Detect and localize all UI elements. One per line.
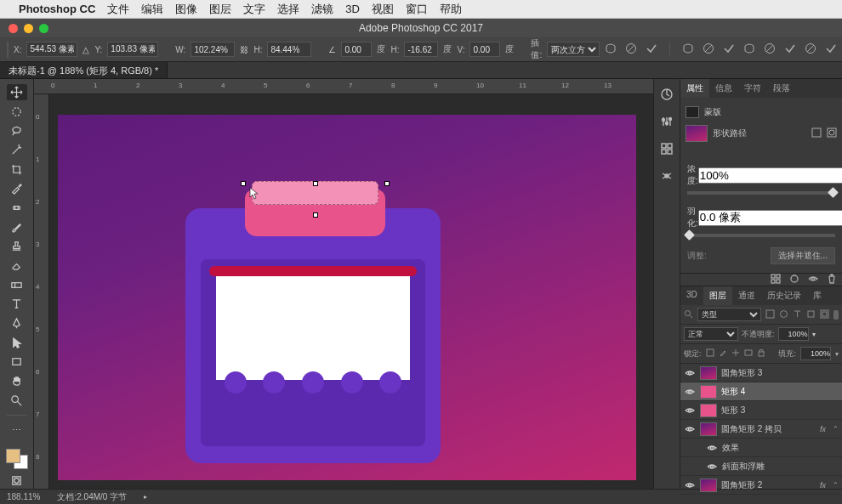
tab-library[interactable]: 库 (807, 286, 828, 305)
y-input[interactable] (107, 42, 158, 57)
transform-handle-tl[interactable] (241, 181, 246, 186)
filter-type-icon[interactable] (793, 309, 802, 320)
menu-file[interactable]: 文件 (107, 2, 129, 17)
visibility-icon[interactable] (684, 479, 696, 491)
feather-slider[interactable] (687, 234, 835, 237)
window-maximize[interactable] (39, 24, 48, 33)
h-input[interactable] (267, 42, 311, 57)
menu-window[interactable]: 窗口 (406, 2, 428, 17)
visibility-icon[interactable] (684, 367, 696, 379)
transform-origin-icon[interactable] (7, 42, 9, 58)
canvas[interactable] (49, 94, 653, 489)
layer-effect-item[interactable]: 斜面和浮雕 (680, 457, 842, 476)
warp3-icon[interactable] (743, 42, 755, 56)
window-minimize[interactable] (24, 24, 33, 33)
eraser-tool[interactable] (7, 258, 27, 274)
tab-character[interactable]: 字符 (738, 79, 767, 98)
path-select-tool[interactable] (7, 335, 27, 351)
link-icon[interactable]: ⛓ (240, 45, 248, 54)
feather-input[interactable] (698, 210, 842, 226)
interpolation-select[interactable]: 两次立方 (547, 42, 600, 57)
menu-image[interactable]: 图像 (175, 2, 197, 17)
transform-handle-bc[interactable] (313, 212, 318, 218)
warp2-icon[interactable] (682, 42, 694, 56)
lock-all-icon[interactable] (757, 348, 765, 359)
tab-history[interactable]: 历史记录 (761, 286, 807, 305)
commit-icon[interactable] (646, 42, 657, 56)
filter-adjust-icon[interactable] (779, 309, 788, 320)
angle-input[interactable] (341, 42, 372, 57)
history-icon[interactable] (660, 88, 674, 103)
eyedropper-tool[interactable] (7, 180, 27, 196)
lasso-tool[interactable] (7, 122, 27, 139)
crop-tool[interactable] (7, 161, 27, 178)
visibility-icon[interactable] (684, 423, 696, 435)
prop-icon-1[interactable] (771, 274, 781, 286)
blend-mode-select[interactable]: 正常 (684, 327, 738, 341)
move-tool[interactable] (7, 84, 27, 100)
stamp-tool[interactable] (7, 238, 27, 254)
color-swatches[interactable] (6, 449, 28, 469)
visibility-icon[interactable] (684, 405, 696, 416)
menu-edit[interactable]: 编辑 (141, 2, 163, 17)
visibility-icon[interactable] (684, 386, 696, 398)
tab-info[interactable]: 信息 (709, 79, 738, 98)
warp-icon[interactable] (605, 42, 617, 56)
filter-smart-icon[interactable] (820, 309, 829, 320)
cancel2-icon[interactable] (703, 42, 714, 56)
tab-3d[interactable]: 3D (680, 286, 703, 305)
layer-item[interactable]: 圆角矩形 2 拷贝 fx⌃ (680, 420, 842, 439)
density-input[interactable] (698, 167, 842, 184)
filter-shape-icon[interactable] (806, 309, 816, 320)
skew-h-input[interactable] (404, 42, 438, 57)
rectangle-tool[interactable] (7, 354, 27, 370)
filter-image-icon[interactable] (765, 309, 775, 320)
app-name[interactable]: Photoshop CC (19, 3, 95, 15)
commit4-icon[interactable] (825, 42, 837, 56)
prop-icon-2[interactable] (789, 274, 799, 286)
shape-edit-icon[interactable] (811, 127, 822, 139)
zoom-level[interactable]: 188.11% (7, 492, 40, 501)
lock-pixels-icon[interactable] (706, 348, 714, 359)
brush-tool[interactable] (7, 219, 27, 235)
cancel4-icon[interactable] (805, 42, 816, 56)
visibility-icon[interactable] (706, 461, 718, 473)
quick-mask-tool[interactable] (7, 473, 27, 489)
visibility-icon[interactable] (706, 442, 718, 454)
density-slider[interactable] (687, 191, 835, 195)
cancel3-icon[interactable] (764, 42, 776, 56)
layer-item[interactable]: 矩形 3 (680, 401, 842, 420)
fill-input[interactable] (800, 347, 831, 360)
select-mask-button[interactable]: 选择并遮住... (771, 247, 835, 264)
menu-layer[interactable]: 图层 (209, 2, 231, 17)
transform-handle-tr[interactable] (384, 181, 390, 186)
tab-layers[interactable]: 图层 (703, 286, 732, 305)
edit-toolbar[interactable]: ⋯ (7, 422, 27, 439)
lock-position-icon[interactable] (731, 348, 740, 359)
tab-paragraph[interactable]: 段落 (767, 79, 796, 98)
opacity-input[interactable] (778, 327, 809, 341)
lock-brush-icon[interactable] (719, 348, 727, 359)
selected-rectangle[interactable] (245, 190, 385, 236)
tab-properties[interactable]: 属性 (680, 79, 709, 98)
adjustments-icon[interactable] (660, 115, 674, 130)
gradient-tool[interactable] (7, 277, 27, 293)
fg-color-swatch[interactable] (6, 449, 20, 463)
marquee-tool[interactable] (7, 104, 27, 120)
fx-badge[interactable]: fx (820, 481, 826, 490)
filter-toggle[interactable] (833, 310, 839, 320)
doc-size[interactable]: 文档:2.04M/0 字节 (57, 491, 127, 503)
settings-icon[interactable] (660, 169, 674, 184)
layer-item[interactable]: 圆角矩形 3 (680, 364, 842, 382)
menu-help[interactable]: 帮助 (440, 2, 462, 17)
commit2-icon[interactable] (723, 42, 735, 56)
zoom-tool[interactable] (7, 393, 27, 409)
lock-artboard-icon[interactable] (744, 348, 753, 359)
prop-icon-eye[interactable] (808, 274, 818, 286)
document-tab[interactable]: 未标题-1 @ 188% (矩形 4, RGB/8) * (0, 62, 168, 78)
transform-handle-tc[interactable] (313, 181, 318, 186)
menu-filter[interactable]: 滤镜 (311, 2, 333, 17)
cancel-icon[interactable] (625, 42, 637, 56)
pen-tool[interactable] (7, 315, 27, 331)
filter-kind-select[interactable]: 类型 (697, 308, 761, 321)
